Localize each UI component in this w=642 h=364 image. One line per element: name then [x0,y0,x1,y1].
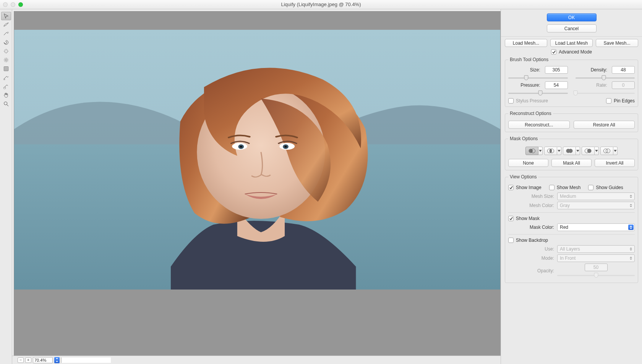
cancel-button[interactable]: Cancel [547,24,597,32]
mask-none-button[interactable]: None [508,159,548,167]
ok-button[interactable]: OK [547,13,597,21]
mesh-color-select: Gray [557,202,635,209]
mask-color-select[interactable]: Red [557,223,635,231]
brush-size-slider[interactable] [508,75,568,81]
backdrop-use-select: All Layers [557,245,635,253]
tool-strip [0,10,12,364]
brush-density-field[interactable]: 48 [612,66,635,74]
load-mesh-button[interactable]: Load Mesh... [505,39,547,47]
backdrop-opacity-field: 50 [585,264,608,271]
liquify-window: Liquify (LiquifyImage.jpeg @ 70.4%) [0,0,642,364]
reconstruct-button[interactable]: Reconstruct... [508,121,570,129]
svg-rect-4 [4,87,6,89]
zoom-value: 70.4% [34,358,46,362]
traffic-lights [3,2,23,7]
zoom-out-button[interactable]: − [18,358,24,363]
mask-mode-add[interactable] [544,147,561,155]
minimize-window-icon[interactable] [11,2,15,7]
mask-all-button[interactable]: Mask All [551,159,592,167]
mask-options: Mask Options [505,136,638,170]
advanced-mode-checkbox[interactable] [551,49,556,55]
zoom-stepper[interactable] [54,357,60,363]
stylus-pressure-checkbox [508,98,514,104]
tool-twirl[interactable] [1,38,11,47]
show-image-checkbox[interactable] [508,185,514,190]
scroll-area[interactable] [112,358,499,363]
advanced-mode-label: Advanced Mode [559,49,592,55]
mask-mode-replace[interactable] [525,147,543,155]
document-image [14,30,500,290]
window-title: Liquify (LiquifyImage.jpeg @ 70.4%) [0,2,642,7]
save-mesh-button[interactable]: Save Mesh... [596,39,638,47]
show-backdrop-checkbox[interactable] [508,238,514,243]
image-canvas[interactable] [14,11,501,356]
show-mesh-checkbox[interactable] [549,185,554,190]
tool-push-left[interactable] [1,65,11,73]
close-window-icon[interactable] [3,2,8,7]
show-guides-checkbox[interactable] [588,185,593,190]
svg-point-5 [4,102,7,105]
zoom-in-button[interactable]: + [25,358,31,363]
status-bar: − + 70.4% [12,356,501,364]
show-mask-checkbox[interactable] [508,216,514,221]
brush-rate-slider [576,91,635,96]
options-panel: OK Cancel Load Mesh... Load Last Mesh Sa… [501,10,642,364]
backdrop-mode-select: In Front [557,254,635,262]
brush-tool-options: Brush Tool Options Size:305 Density:48 P… [505,57,638,107]
svg-point-24 [603,149,608,153]
canvas-area: − + 70.4% [12,10,501,364]
svg-point-19 [550,149,552,153]
tool-zoom[interactable] [1,100,11,108]
brush-rate-field: 0 [612,81,635,89]
brush-density-slider[interactable] [576,75,635,81]
mask-mode-intersect[interactable] [582,147,599,155]
tool-bloat[interactable] [1,56,11,64]
tool-smooth[interactable] [1,29,11,38]
restore-all-button[interactable]: Restore All [574,121,635,129]
tool-freeze-mask[interactable] [1,73,11,82]
title-bar: Liquify (LiquifyImage.jpeg @ 70.4%) [0,0,642,9]
zoom-window-icon[interactable] [18,2,23,7]
load-last-mesh-button[interactable]: Load Last Mesh [550,39,593,47]
reconstruct-options: Reconstruct Options Reconstruct... Resto… [505,111,638,132]
svg-rect-3 [3,79,5,80]
svg-point-25 [606,149,610,153]
pin-edges-checkbox[interactable] [606,98,611,104]
backdrop-opacity-slider [557,273,635,278]
svg-point-11 [240,146,242,148]
zoom-field[interactable]: 70.4% [33,357,53,363]
tool-thaw-mask[interactable] [1,82,11,91]
tool-pucker[interactable] [1,47,11,55]
view-options: View Options Show Image Show Mesh Show G… [505,174,638,283]
svg-point-23 [587,149,592,153]
tool-reconstruct[interactable] [1,21,11,29]
brush-size-field[interactable]: 305 [545,66,568,74]
brush-pressure-field[interactable]: 54 [545,81,568,89]
tool-hand[interactable] [1,91,11,99]
svg-point-1 [5,59,7,61]
mask-invert-all-button[interactable]: Invert All [595,159,635,167]
svg-point-21 [569,149,573,153]
tool-forward-warp[interactable] [1,12,11,20]
svg-point-14 [284,146,287,148]
mask-mode-invert[interactable] [600,147,618,155]
zoom-info-area [61,358,111,363]
mesh-size-select: Medium [557,193,635,200]
svg-point-0 [7,32,8,32]
mask-mode-subtract[interactable] [563,147,580,155]
svg-point-15 [529,149,533,153]
brush-pressure-slider[interactable] [508,91,568,96]
